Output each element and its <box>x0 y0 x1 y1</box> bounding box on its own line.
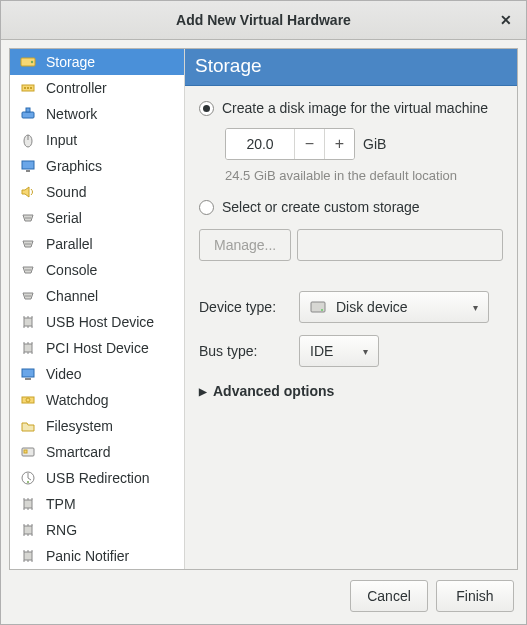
main-body: Create a disk image for the virtual mach… <box>185 86 517 407</box>
main-panel: Storage Create a disk image for the virt… <box>185 49 517 569</box>
storage-path-input[interactable] <box>297 229 503 261</box>
sidebar-item-smartcard[interactable]: Smartcard <box>10 439 184 465</box>
svg-point-12 <box>25 217 27 219</box>
sidebar-item-parallel[interactable]: Parallel <box>10 231 184 257</box>
sidebar-item-channel[interactable]: Channel <box>10 283 184 309</box>
window-title: Add New Virtual Hardware <box>176 12 351 28</box>
svg-rect-39 <box>25 378 31 380</box>
svg-rect-67 <box>311 302 325 312</box>
rng-icon <box>20 522 36 538</box>
sidebar-item-serial[interactable]: Serial <box>10 205 184 231</box>
panic-icon <box>20 548 36 564</box>
split-pane: StorageControllerNetworkInputGraphicsSou… <box>9 48 518 570</box>
chevron-down-icon: ▾ <box>473 302 478 313</box>
pci-icon <box>20 340 36 356</box>
sound-icon <box>20 184 36 200</box>
svg-rect-24 <box>24 318 32 326</box>
sidebar-item-label: Channel <box>46 288 98 304</box>
svg-rect-46 <box>24 500 32 508</box>
sidebar-item-label: Network <box>46 106 97 122</box>
sidebar-item-controller[interactable]: Controller <box>10 75 184 101</box>
radio-custom-storage[interactable]: Select or create custom storage <box>199 199 503 215</box>
finish-button[interactable]: Finish <box>436 580 514 612</box>
svg-point-20 <box>29 269 31 271</box>
disk-icon <box>310 299 326 315</box>
sidebar-item-label: PCI Host Device <box>46 340 149 356</box>
sidebar-item-pci-host-device[interactable]: PCI Host Device <box>10 335 184 361</box>
sidebar-item-label: Input <box>46 132 77 148</box>
svg-point-14 <box>29 217 31 219</box>
sidebar-item-label: Parallel <box>46 236 93 252</box>
svg-point-23 <box>29 295 31 297</box>
svg-rect-7 <box>26 108 30 112</box>
size-row: − + GiB <box>225 128 503 160</box>
footer: Cancel Finish <box>9 570 518 616</box>
sidebar-item-sound[interactable]: Sound <box>10 179 184 205</box>
content-wrap: StorageControllerNetworkInputGraphicsSou… <box>1 40 526 624</box>
manage-row: Manage... <box>199 229 503 261</box>
sidebar-item-tpm[interactable]: TPM <box>10 491 184 517</box>
sidebar-item-panic-notifier[interactable]: Panic Notifier <box>10 543 184 569</box>
svg-rect-5 <box>30 87 32 89</box>
advanced-options-expander[interactable]: ▶ Advanced options <box>199 383 503 399</box>
sidebar-item-label: Graphics <box>46 158 102 174</box>
radio-create-disk[interactable]: Create a disk image for the virtual mach… <box>199 100 503 116</box>
sidebar-item-label: RNG <box>46 522 77 538</box>
sidebar-item-rng[interactable]: RNG <box>10 517 184 543</box>
size-decrement-button[interactable]: − <box>294 129 324 159</box>
sidebar-item-graphics[interactable]: Graphics <box>10 153 184 179</box>
watchdog-icon <box>20 392 36 408</box>
sidebar-item-video[interactable]: Video <box>10 361 184 387</box>
cancel-button[interactable]: Cancel <box>350 580 428 612</box>
svg-point-21 <box>25 295 27 297</box>
sidebar-item-label: Panic Notifier <box>46 548 129 564</box>
radio-custom-label: Select or create custom storage <box>222 199 420 215</box>
graphics-icon <box>20 158 36 174</box>
advanced-options-label: Advanced options <box>213 383 334 399</box>
sidebar-item-usb-host-device[interactable]: USB Host Device <box>10 309 184 335</box>
svg-rect-60 <box>24 552 32 560</box>
sidebar-item-console[interactable]: Console <box>10 257 184 283</box>
sidebar-item-label: USB Host Device <box>46 314 154 330</box>
bus-type-row: Bus type: IDE ▾ <box>199 335 503 367</box>
device-type-row: Device type: Disk device ▾ <box>199 291 503 323</box>
sidebar-item-input[interactable]: Input <box>10 127 184 153</box>
svg-rect-6 <box>22 112 34 118</box>
sidebar-item-storage[interactable]: Storage <box>10 49 184 75</box>
svg-rect-4 <box>27 87 29 89</box>
parallel-icon <box>20 236 36 252</box>
size-increment-button[interactable]: + <box>324 129 354 159</box>
svg-point-16 <box>27 243 29 245</box>
svg-rect-53 <box>24 526 32 534</box>
input-icon <box>20 132 36 148</box>
svg-point-1 <box>31 61 33 63</box>
close-icon: ✕ <box>500 12 512 28</box>
sidebar: StorageControllerNetworkInputGraphicsSou… <box>10 49 185 569</box>
size-unit: GiB <box>363 136 386 152</box>
radio-icon <box>199 200 214 215</box>
sidebar-item-filesystem[interactable]: Filesystem <box>10 413 184 439</box>
storage-icon <box>20 54 36 70</box>
svg-point-45 <box>27 481 29 483</box>
main-header: Storage <box>185 49 517 86</box>
svg-point-15 <box>25 243 27 245</box>
svg-rect-31 <box>24 344 32 352</box>
usbredir-icon <box>20 470 36 486</box>
manage-button[interactable]: Manage... <box>199 229 291 261</box>
sidebar-item-label: Storage <box>46 54 95 70</box>
size-input[interactable] <box>226 129 294 159</box>
device-type-combo[interactable]: Disk device ▾ <box>299 291 489 323</box>
channel-icon <box>20 288 36 304</box>
filesystem-icon <box>20 418 36 434</box>
svg-point-18 <box>25 269 27 271</box>
sidebar-item-usb-redirection[interactable]: USB Redirection <box>10 465 184 491</box>
bus-type-value: IDE <box>310 343 333 359</box>
sidebar-item-network[interactable]: Network <box>10 101 184 127</box>
bus-type-combo[interactable]: IDE ▾ <box>299 335 379 367</box>
sidebar-item-watchdog[interactable]: Watchdog <box>10 387 184 413</box>
close-button[interactable]: ✕ <box>494 8 518 32</box>
sidebar-item-label: Serial <box>46 210 82 226</box>
sidebar-item-label: Smartcard <box>46 444 111 460</box>
svg-point-22 <box>27 295 29 297</box>
sidebar-item-label: Filesystem <box>46 418 113 434</box>
